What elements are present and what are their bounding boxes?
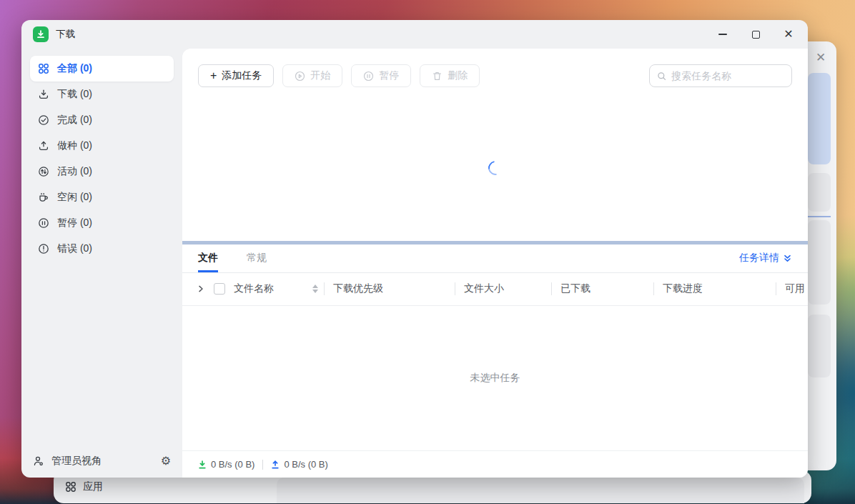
- column-priority[interactable]: 下载优先级: [333, 282, 455, 295]
- window-controls: ✕: [701, 24, 799, 45]
- background-window-highlight: [808, 73, 831, 164]
- background-window-card: [808, 220, 831, 305]
- add-task-button[interactable]: + 添加任务: [198, 64, 274, 87]
- admin-view-label: 管理员视角: [51, 455, 102, 468]
- trash-icon: [432, 71, 443, 81]
- check-circle-icon: [38, 114, 49, 126]
- admin-user-icon: [33, 455, 44, 467]
- titlebar: 下载 ✕: [21, 20, 808, 49]
- sidebar-item-active[interactable]: 活动 (0): [30, 159, 174, 184]
- expand-row-icon[interactable]: [197, 285, 211, 293]
- task-details-link[interactable]: 任务详情: [739, 244, 792, 272]
- search-icon: [657, 71, 666, 81]
- select-all-checkbox[interactable]: [214, 283, 225, 295]
- tab-files[interactable]: 文件: [198, 244, 218, 272]
- background-window-close-icon[interactable]: ✕: [811, 47, 831, 67]
- detail-tabs: 文件 常规 任务详情: [182, 244, 808, 273]
- background-window-card: [808, 173, 831, 212]
- app-download-icon: [33, 26, 49, 42]
- sidebar-item-label: 完成 (0): [57, 114, 92, 127]
- pause-button[interactable]: 暂停: [351, 64, 411, 87]
- sidebar-item-label: 下载 (0): [57, 88, 92, 101]
- sidebar-item-label: 空闲 (0): [57, 191, 92, 204]
- tab-general[interactable]: 常规: [247, 244, 267, 272]
- sidebar-item-label: 活动 (0): [57, 165, 92, 178]
- download-icon: [38, 89, 49, 100]
- toolbar: + 添加任务 开始 暂停: [182, 49, 808, 96]
- sidebar-item-all[interactable]: 全部 (0): [30, 56, 174, 81]
- close-button[interactable]: ✕: [778, 24, 799, 45]
- minimize-button[interactable]: [712, 24, 733, 45]
- delete-button[interactable]: 删除: [420, 64, 480, 87]
- activity-circle-icon: [38, 166, 49, 177]
- sort-icon[interactable]: [312, 285, 318, 293]
- plus-icon: +: [210, 70, 217, 81]
- sidebar-item-label: 暂停 (0): [57, 217, 92, 229]
- sidebar: 全部 (0) 下载 (0) 完成 (0): [21, 49, 182, 478]
- pause-circle-icon: [38, 217, 49, 229]
- pause-circle-icon: [363, 71, 374, 81]
- download-speed-icon: [198, 460, 207, 469]
- desktop-screen: ✕ 应用 下载 ✕: [0, 0, 855, 504]
- column-availability[interactable]: 可用: [785, 282, 808, 295]
- column-file-name[interactable]: 文件名称: [234, 282, 324, 295]
- sidebar-item-label: 错误 (0): [57, 242, 92, 255]
- sidebar-item-paused[interactable]: 暂停 (0): [30, 210, 174, 236]
- sidebar-item-seeding[interactable]: 做种 (0): [30, 133, 174, 159]
- column-downloaded[interactable]: 已下载: [560, 282, 653, 295]
- apps-label: 应用: [83, 480, 103, 493]
- grid-icon: [38, 63, 49, 74]
- upload-icon: [38, 140, 49, 152]
- download-manager-window: 下载 ✕ 全部 (0): [21, 20, 808, 478]
- sidebar-item-label: 做种 (0): [57, 139, 92, 152]
- apps-nav-item[interactable]: 应用: [65, 480, 103, 493]
- coffee-icon: [38, 192, 49, 203]
- window-title: 下载: [56, 28, 75, 41]
- window-body: 全部 (0) 下载 (0) 完成 (0): [21, 49, 808, 478]
- upload-speed-icon: [271, 460, 280, 469]
- start-button[interactable]: 开始: [282, 64, 342, 87]
- search-input[interactable]: [671, 70, 784, 81]
- column-progress[interactable]: 下载进度: [663, 282, 776, 295]
- sidebar-item-downloading[interactable]: 下载 (0): [30, 81, 174, 107]
- play-circle-icon: [295, 71, 305, 81]
- grid-icon: [65, 481, 76, 493]
- sidebar-item-completed[interactable]: 完成 (0): [30, 107, 174, 133]
- double-chevron-down-icon: [783, 254, 792, 263]
- settings-gear-icon[interactable]: ⚙: [161, 454, 171, 468]
- column-file-size[interactable]: 文件大小: [464, 282, 551, 295]
- loading-spinner: [485, 158, 505, 178]
- sidebar-item-label: 全部 (0): [57, 62, 92, 75]
- background-window-panel: [277, 478, 804, 503]
- search-box[interactable]: [649, 64, 792, 87]
- download-speed: 0 B/s (0 B): [198, 459, 254, 470]
- admin-view-item[interactable]: 管理员视角 ⚙: [30, 454, 174, 468]
- empty-state-message: 未选中任务: [182, 306, 808, 451]
- task-list-area: [182, 96, 808, 241]
- sidebar-item-idle[interactable]: 空闲 (0): [30, 184, 174, 210]
- upload-speed: 0 B/s (0 B): [271, 459, 327, 470]
- file-table-header: 文件名称 下载优先级 文件大小 已下载 下载进度 可用: [182, 273, 808, 306]
- error-circle-icon: [38, 243, 49, 255]
- maximize-button[interactable]: [745, 24, 766, 45]
- status-bar: 0 B/s (0 B) 0 B/s (0 B): [182, 450, 808, 478]
- background-window-card: [808, 315, 831, 377]
- sidebar-item-error[interactable]: 错误 (0): [30, 236, 174, 262]
- background-window-divider: [808, 216, 831, 217]
- main-content: + 添加任务 开始 暂停: [182, 49, 808, 478]
